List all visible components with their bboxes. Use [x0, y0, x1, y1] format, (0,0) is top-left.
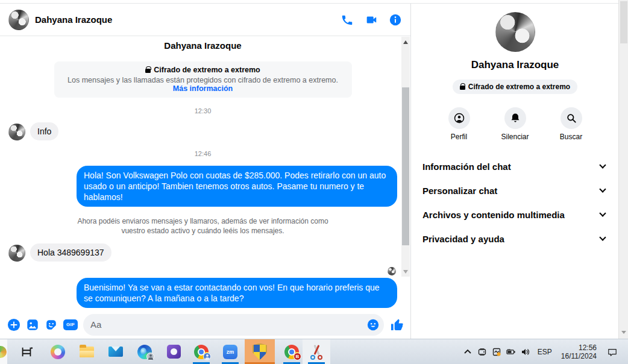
profile-name: Dahyana Irazoque: [412, 59, 618, 71]
taskbar: zm B: [0, 339, 628, 364]
profile-badge-icon: [146, 353, 154, 360]
scroll-down-arrow-icon[interactable]: [621, 331, 626, 334]
incoming-message-bubble[interactable]: Hola 3489699137: [30, 243, 111, 262]
encryption-notice-card: Cifrado de extremo a extremo Los mensaje…: [54, 61, 352, 98]
taskbar-snipping-tool-button[interactable]: [303, 339, 330, 364]
attach-image-icon[interactable]: [26, 318, 39, 331]
search-icon: [560, 107, 582, 129]
mute-label: Silenciar: [501, 133, 529, 141]
chevron-down-icon: [599, 186, 606, 192]
conversation-title: Dahyana Irazoque: [8, 40, 397, 51]
chat-panel: Dahyana Irazoque Dahyana Irazoque Cifrad…: [0, 4, 411, 339]
system-notice: Ahora podéis enviaros mensajes y llamaro…: [71, 216, 336, 236]
incoming-message-bubble[interactable]: Info: [30, 122, 58, 140]
volume-icon[interactable]: [521, 347, 531, 357]
chevron-down-icon: [599, 210, 606, 216]
sidebar-sections: Información del chat Personalizar chat A…: [412, 154, 618, 251]
encryption-notice-title: Cifrado de extremo a extremo: [63, 66, 344, 74]
section-chat-info[interactable]: Información del chat: [412, 154, 618, 178]
profile-icon: [448, 107, 470, 129]
clock[interactable]: 12:56 16/11/2024: [559, 344, 599, 360]
conversation-info-icon[interactable]: [389, 13, 402, 27]
taskbar-zoom-button[interactable]: zm: [217, 339, 243, 364]
section-customize-chat[interactable]: Personalizar chat: [412, 178, 618, 202]
sticker-icon[interactable]: [45, 318, 58, 331]
incoming-message-row: Hola 3489699137: [8, 243, 397, 262]
video-call-icon[interactable]: [365, 13, 378, 27]
encryption-notice-body: Los mensajes y las llamadas están proteg…: [63, 76, 344, 93]
window-scrollbar[interactable]: [618, 0, 628, 339]
emoji-picker-icon[interactable]: [367, 319, 379, 331]
encryption-badge[interactable]: Cifrado de extremo a extremo: [453, 80, 577, 94]
app-icon: [0, 346, 7, 358]
task-view-icon: [20, 345, 33, 359]
taskbar-edge-button[interactable]: [131, 339, 158, 364]
gif-picker-icon[interactable]: GIF: [63, 319, 78, 330]
mute-button[interactable]: Silenciar: [496, 107, 535, 141]
lock-icon: [145, 69, 151, 73]
shield-icon: [253, 344, 267, 360]
taskbar-file-explorer-button[interactable]: [74, 339, 100, 364]
contact-avatar[interactable]: [8, 10, 29, 30]
profile-badge-b: B: [294, 353, 301, 360]
task-view-button[interactable]: [13, 339, 40, 364]
send-like-icon[interactable]: [390, 318, 404, 332]
contact-name[interactable]: Dahyana Irazoque: [35, 14, 330, 25]
screen-cast-icon[interactable]: [477, 347, 488, 357]
chrome-icon: B: [284, 345, 299, 359]
quick-actions: Perfil Silenciar Buscar: [412, 107, 618, 141]
sender-avatar[interactable]: [8, 245, 25, 262]
window-scrollbar-thumb[interactable]: [620, 1, 627, 43]
chat-scrollbar-thumb[interactable]: [402, 87, 409, 245]
more-info-link[interactable]: Más información: [173, 84, 233, 93]
copilot-icon: [51, 345, 65, 359]
microsoft-365-icon: [167, 345, 181, 359]
taskbar-copilot-button[interactable]: [45, 339, 71, 364]
notification-app-icon[interactable]: [492, 347, 502, 357]
message-input[interactable]: [90, 319, 367, 330]
profile-badge-icon: [203, 353, 211, 360]
outgoing-message-row: Hola! Son Volkswagen Polo con cuotas de …: [8, 166, 397, 207]
search-button[interactable]: Buscar: [552, 107, 591, 141]
lock-icon: [460, 86, 465, 90]
timestamp: 12:30: [8, 107, 397, 115]
tray-date: 16/11/2024: [561, 352, 597, 360]
snipping-tool-icon: [309, 344, 324, 360]
chrome-icon: [194, 345, 209, 359]
file-explorer-icon: [80, 347, 94, 357]
battery-icon[interactable]: [506, 347, 517, 357]
scroll-down-arrow-icon[interactable]: [403, 270, 408, 274]
show-hidden-icons-chevron[interactable]: [463, 347, 473, 357]
profile-label: Perfil: [451, 133, 467, 141]
chat-header: Dahyana Irazoque: [0, 4, 410, 36]
section-privacy-help[interactable]: Privacidad y ayuda: [412, 227, 618, 251]
outgoing-message-row: Buenisimo! Ya se van a estar contactando…: [8, 278, 397, 308]
timestamp: 12:46: [8, 150, 397, 157]
section-media-files[interactable]: Archivos y contenido multimedia: [412, 202, 618, 227]
profile-avatar[interactable]: [495, 12, 535, 52]
taskbar-app-partial[interactable]: [0, 339, 7, 364]
zoom-icon: zm: [223, 345, 237, 359]
bell-icon: [504, 107, 526, 129]
taskbar-chrome-profile-button[interactable]: [188, 339, 215, 364]
screen: Dahyana Irazoque Dahyana Irazoque Cifrad…: [0, 0, 628, 364]
voice-call-icon[interactable]: [341, 13, 354, 27]
taskbar-mail-button[interactable]: [102, 339, 129, 364]
tray-time: 12:56: [561, 344, 597, 352]
open-more-actions-icon[interactable]: [7, 318, 20, 331]
action-center-icon[interactable]: [607, 347, 617, 357]
outgoing-message-bubble[interactable]: Buenisimo! Ya se van a estar contactando…: [77, 278, 397, 308]
outgoing-message-bubble[interactable]: Hola! Son Volkswagen Polo con cuotas de …: [77, 166, 397, 207]
sender-avatar[interactable]: [8, 124, 25, 140]
taskbar-chrome-b-button[interactable]: B: [278, 339, 305, 364]
language-indicator[interactable]: ESP: [535, 348, 554, 356]
taskbar-m365-button[interactable]: [160, 339, 187, 364]
taskbar-antivirus-button-active[interactable]: [245, 339, 275, 364]
chat-scrollbar[interactable]: [401, 37, 410, 277]
conversation-details-sidebar: Dahyana Irazoque Cifrado de extremo a ex…: [412, 4, 618, 339]
profile-button[interactable]: Perfil: [440, 107, 479, 141]
message-list[interactable]: Dahyana Irazoque Cifrado de extremo a ex…: [0, 36, 410, 310]
message-input-wrap[interactable]: [83, 314, 384, 336]
search-label: Buscar: [560, 133, 582, 141]
scroll-up-arrow-icon[interactable]: [403, 40, 408, 44]
